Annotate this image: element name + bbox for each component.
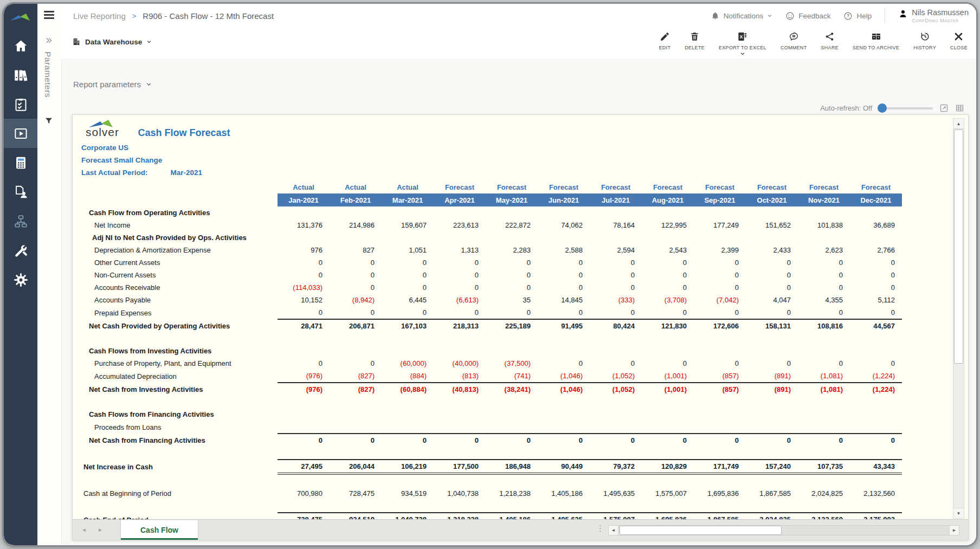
cell[interactable]: 0 xyxy=(278,306,330,319)
cell[interactable]: (60,884) xyxy=(382,383,434,396)
cell[interactable] xyxy=(330,206,382,219)
cell[interactable] xyxy=(798,345,850,357)
cell[interactable]: 700,980 xyxy=(278,487,330,500)
row-label[interactable]: Non-Current Assets xyxy=(78,269,278,281)
edit-button[interactable]: EDIT xyxy=(659,31,670,56)
horizontal-scroll-thumb[interactable] xyxy=(620,526,782,535)
cell[interactable]: (3,708) xyxy=(642,294,694,306)
export-to-excel-button[interactable]: XEXPORT TO EXCEL xyxy=(719,31,766,56)
grid-icon[interactable] xyxy=(955,104,964,113)
cell[interactable]: (1,224) xyxy=(850,370,902,383)
cell[interactable]: 2,283 xyxy=(486,244,538,256)
period-type-header[interactable]: Forecast xyxy=(590,181,642,193)
cell[interactable]: 0 xyxy=(694,269,746,281)
cell[interactable]: 827 xyxy=(330,244,382,256)
row-label[interactable]: Net Cash from Investing Activities xyxy=(78,383,278,396)
cell[interactable]: 177,500 xyxy=(434,460,486,474)
cell[interactable] xyxy=(382,421,434,434)
row-label[interactable]: Accounts Payable xyxy=(78,294,278,306)
cell[interactable]: 0 xyxy=(538,306,590,319)
cell[interactable] xyxy=(642,421,694,434)
share-button[interactable]: SHARE xyxy=(821,31,839,56)
cell[interactable]: 0 xyxy=(746,281,798,294)
period-type-header[interactable]: Forecast xyxy=(798,181,850,193)
cell[interactable]: (1,001) xyxy=(642,370,694,383)
user-menu[interactable]: Nils Rasmussen CorpDemo Master xyxy=(898,9,969,23)
cell[interactable] xyxy=(330,345,382,357)
horizontal-scrollbar[interactable]: ◄ ► xyxy=(608,525,959,535)
cell[interactable]: 43,343 xyxy=(850,460,902,474)
cell[interactable]: 14,845 xyxy=(538,294,590,306)
cell[interactable] xyxy=(538,345,590,357)
cell[interactable] xyxy=(278,206,330,219)
cell[interactable]: 131,376 xyxy=(278,219,330,231)
expand-icon[interactable] xyxy=(939,104,949,113)
cell[interactable]: 121,830 xyxy=(642,319,694,332)
cell[interactable]: 0 xyxy=(798,256,850,269)
cell[interactable] xyxy=(590,231,642,244)
row-label[interactable]: Net Cash from Financing Activities xyxy=(78,434,278,447)
cell[interactable]: 35 xyxy=(486,294,538,306)
cell[interactable]: 0 xyxy=(850,357,902,370)
cell[interactable]: 120,829 xyxy=(642,460,694,474)
cell[interactable] xyxy=(850,231,902,244)
cell[interactable]: (827) xyxy=(330,370,382,383)
period-type-header[interactable]: Forecast xyxy=(746,181,798,193)
breadcrumb-section[interactable]: Live Reporting xyxy=(73,11,126,21)
cell[interactable]: 0 xyxy=(434,306,486,319)
row-label[interactable]: Cash Flows from Financing Activities xyxy=(78,408,278,421)
cell[interactable]: (114,033) xyxy=(278,281,330,294)
sidebar-item-settings[interactable] xyxy=(4,265,37,294)
cell[interactable]: 0 xyxy=(486,434,538,447)
cell[interactable]: 0 xyxy=(590,306,642,319)
cell[interactable] xyxy=(746,206,798,219)
cell[interactable]: 0 xyxy=(434,434,486,447)
cell[interactable]: (827) xyxy=(330,383,382,396)
report-parameters-toggle[interactable]: Report parameters xyxy=(73,80,152,89)
cell[interactable]: (7,042) xyxy=(694,294,746,306)
cell[interactable]: 1,575,007 xyxy=(642,487,694,500)
cell[interactable]: 186,948 xyxy=(486,460,538,474)
cell[interactable]: 728,475 xyxy=(330,487,382,500)
period-type-header[interactable]: Forecast xyxy=(434,181,486,193)
cell[interactable] xyxy=(798,231,850,244)
cell[interactable]: 0 xyxy=(538,434,590,447)
cell[interactable] xyxy=(746,408,798,421)
cell[interactable]: 0 xyxy=(798,357,850,370)
column-header[interactable]: May-2021 xyxy=(486,193,538,206)
cell[interactable] xyxy=(382,408,434,421)
cell[interactable]: (40,000) xyxy=(434,357,486,370)
cell[interactable]: (857) xyxy=(694,370,746,383)
cell[interactable]: (891) xyxy=(746,370,798,383)
cell[interactable]: 5,112 xyxy=(850,294,902,306)
cell[interactable]: 79,372 xyxy=(590,460,642,474)
cell[interactable]: 2,588 xyxy=(538,244,590,256)
cell[interactable] xyxy=(486,421,538,434)
cell[interactable]: 4,355 xyxy=(798,294,850,306)
cell[interactable]: 0 xyxy=(382,306,434,319)
cell[interactable]: 90,449 xyxy=(538,460,590,474)
cell[interactable] xyxy=(382,345,434,357)
cell[interactable] xyxy=(486,231,538,244)
cell[interactable]: 0 xyxy=(382,281,434,294)
sidebar-item-home[interactable] xyxy=(4,31,37,60)
cell[interactable]: 0 xyxy=(538,357,590,370)
row-label[interactable]: Accumulated Depreciation xyxy=(78,370,278,383)
auto-refresh-slider[interactable] xyxy=(879,107,933,109)
cell[interactable]: (37,500) xyxy=(486,357,538,370)
cell[interactable]: 10,152 xyxy=(278,294,330,306)
cell[interactable] xyxy=(434,421,486,434)
cell[interactable]: (976) xyxy=(278,383,330,396)
cell[interactable]: 106,219 xyxy=(382,460,434,474)
cell[interactable]: 0 xyxy=(746,269,798,281)
period-type-header[interactable]: Forecast xyxy=(694,181,746,193)
app-logo[interactable] xyxy=(4,4,37,31)
cell[interactable]: 0 xyxy=(642,306,694,319)
cell[interactable]: 0 xyxy=(590,357,642,370)
cell[interactable]: 0 xyxy=(694,434,746,447)
cell[interactable]: 0 xyxy=(434,269,486,281)
cell[interactable] xyxy=(278,231,330,244)
sidebar-item-workflow[interactable] xyxy=(4,206,37,236)
period-type-header[interactable]: Forecast xyxy=(850,181,902,193)
cell[interactable]: (6,613) xyxy=(434,294,486,306)
